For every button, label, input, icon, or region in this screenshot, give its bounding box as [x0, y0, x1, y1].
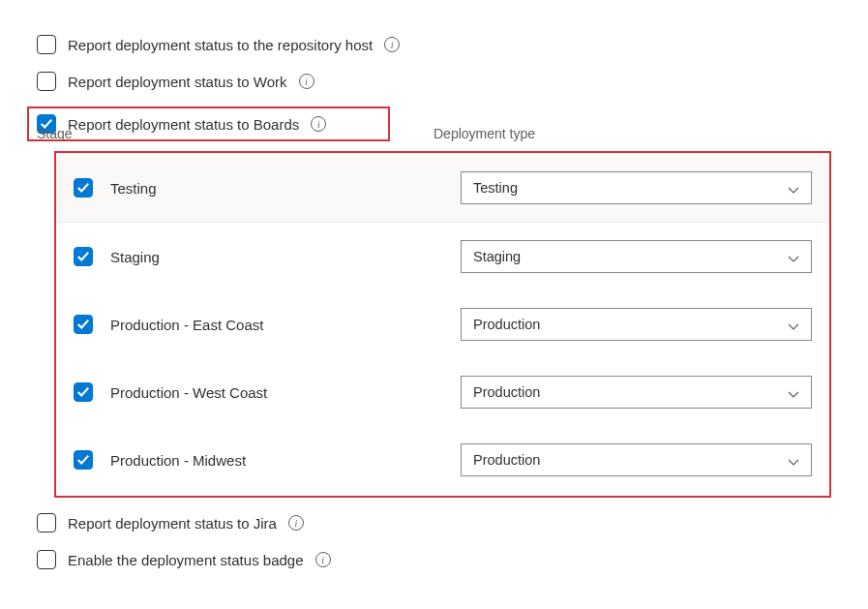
- stage-left: Production - Midwest: [74, 450, 461, 470]
- checkbox-stage-testing[interactable]: [74, 178, 93, 198]
- stage-left: Testing: [74, 178, 461, 198]
- deployment-type-dropdown[interactable]: Staging: [461, 240, 812, 273]
- dropdown-value: Testing: [473, 180, 518, 196]
- dropdown-value: Production: [473, 317, 540, 332]
- info-icon[interactable]: i: [299, 74, 314, 89]
- deployment-type-dropdown[interactable]: Testing: [461, 171, 812, 204]
- checkbox-badge[interactable]: [37, 550, 56, 569]
- checkbox-stage-prod-east[interactable]: [74, 315, 93, 334]
- info-icon[interactable]: i: [315, 552, 331, 567]
- stage-row: Testing Testing: [56, 153, 829, 223]
- option-repo-host: Report deployment status to the reposito…: [37, 35, 831, 54]
- option-jira: Report deployment status to Jira i: [37, 513, 831, 533]
- info-icon[interactable]: i: [384, 37, 400, 52]
- info-icon[interactable]: i: [288, 515, 304, 531]
- stage-name: Production - East Coast: [110, 317, 263, 333]
- checkbox-work[interactable]: [37, 72, 56, 91]
- stage-name: Production - West Coast: [110, 384, 267, 401]
- dropdown-value: Production: [473, 384, 540, 400]
- stage-name: Production - Midwest: [110, 452, 246, 469]
- option-label-repo-host: Report deployment status to the reposito…: [68, 37, 373, 53]
- stage-left: Staging: [74, 247, 461, 266]
- chevron-down-icon: [788, 319, 799, 330]
- stage-left: Production - East Coast: [74, 315, 461, 334]
- deployment-type-dropdown[interactable]: Production: [461, 443, 812, 476]
- option-work: Report deployment status to Work i: [37, 72, 831, 91]
- dropdown-value: Staging: [473, 249, 521, 264]
- checkbox-stage-prod-midwest[interactable]: [74, 450, 93, 470]
- chevron-down-icon: [788, 454, 799, 466]
- dropdown-value: Production: [473, 452, 540, 468]
- stage-name: Testing: [110, 180, 157, 197]
- chevron-down-icon: [788, 182, 799, 194]
- option-label-work: Report deployment status to Work: [68, 74, 287, 90]
- deployment-type-dropdown[interactable]: Production: [461, 376, 812, 409]
- stage-row: Production - West Coast Production: [56, 358, 829, 426]
- stages-container: Testing Testing Staging Staging: [54, 151, 831, 498]
- stage-row: Production - East Coast Production: [56, 290, 829, 358]
- option-label-badge: Enable the deployment status badge: [68, 552, 304, 568]
- checkbox-jira[interactable]: [37, 513, 56, 533]
- deployment-type-dropdown[interactable]: Production: [461, 308, 812, 341]
- option-badge: Enable the deployment status badge i: [37, 550, 831, 569]
- stage-row: Staging Staging: [56, 223, 829, 290]
- stage-row: Production - Midwest Production: [56, 426, 829, 494]
- checkbox-stage-prod-west[interactable]: [74, 382, 93, 402]
- chevron-down-icon: [788, 386, 799, 398]
- checkbox-stage-staging[interactable]: [74, 247, 93, 266]
- chevron-down-icon: [788, 251, 799, 262]
- stage-left: Production - West Coast: [74, 382, 461, 402]
- type-column-header: Deployment type: [434, 126, 535, 141]
- stages-section: Stage Deployment type Testing Testing: [37, 126, 831, 498]
- option-label-jira: Report deployment status to Jira: [68, 515, 277, 532]
- checkbox-repo-host[interactable]: [37, 35, 56, 54]
- stages-header: Stage Deployment type: [37, 126, 831, 147]
- stage-name: Staging: [110, 249, 160, 265]
- stage-column-header: Stage: [37, 126, 434, 141]
